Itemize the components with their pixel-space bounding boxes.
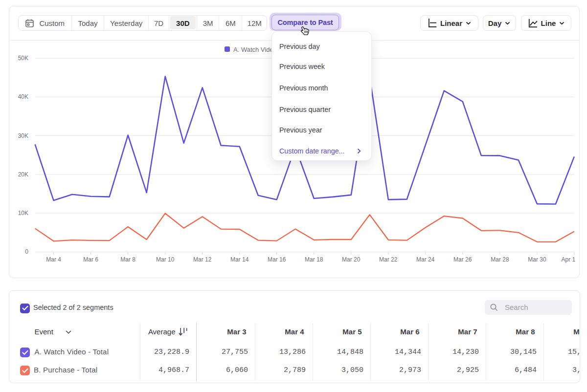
svg-text:Mar 22: Mar 22 — [379, 256, 398, 263]
svg-text:Mar 4: Mar 4 — [46, 256, 61, 263]
svg-text:Mar 12: Mar 12 — [193, 256, 212, 263]
svg-text:Mar 8: Mar 8 — [120, 256, 135, 263]
svg-text:Mar 24: Mar 24 — [416, 256, 435, 263]
svg-text:10K: 10K — [18, 210, 28, 217]
svg-text:Mar 18: Mar 18 — [305, 256, 323, 263]
svg-text:Mar 20: Mar 20 — [342, 256, 361, 263]
svg-text:0: 0 — [25, 248, 28, 255]
svg-text:Apr 1: Apr 1 — [561, 256, 575, 263]
svg-text:50K: 50K — [18, 55, 28, 62]
svg-text:Mar 30: Mar 30 — [528, 256, 546, 263]
svg-text:Mar 6: Mar 6 — [83, 256, 98, 263]
svg-text:Mar 16: Mar 16 — [268, 256, 286, 263]
svg-text:Mar 26: Mar 26 — [453, 256, 472, 263]
svg-text:30K: 30K — [18, 132, 28, 139]
svg-text:40K: 40K — [18, 93, 28, 100]
svg-text:Mar 14: Mar 14 — [230, 256, 249, 263]
svg-text:Mar 10: Mar 10 — [156, 256, 175, 263]
svg-text:Mar 28: Mar 28 — [491, 256, 509, 263]
svg-text:20K: 20K — [18, 171, 28, 178]
